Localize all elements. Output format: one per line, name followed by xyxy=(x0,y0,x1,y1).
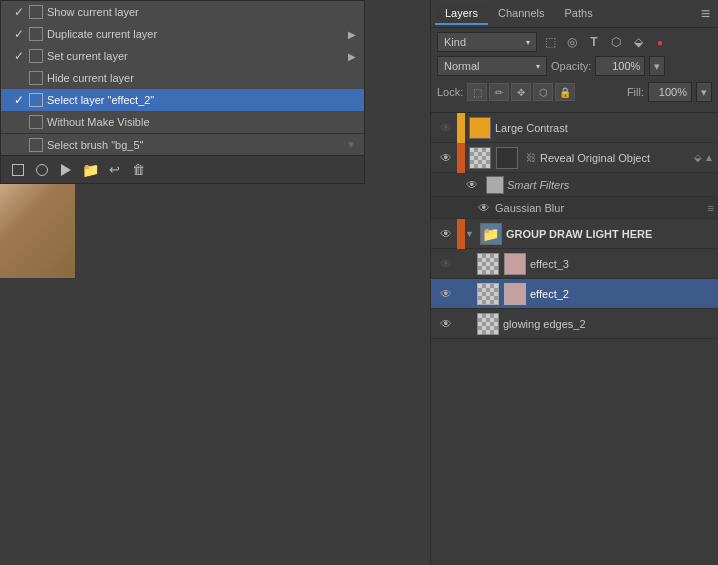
checkbox-brush[interactable] xyxy=(29,138,43,152)
eye-effect3[interactable]: 👁 xyxy=(435,253,457,275)
layer-row-glowing-edges[interactable]: 👁 glowing edges_2 xyxy=(431,309,718,339)
tab-channels[interactable]: Channels xyxy=(488,3,554,25)
eye-gaussian[interactable]: 👁 xyxy=(473,197,495,219)
smart-filters-row: 👁 Smart Filters xyxy=(431,173,718,197)
panel-tabs: Layers Channels Paths ≡ xyxy=(431,0,718,28)
check-duplicate: ✓ xyxy=(9,27,29,41)
eye-effect2[interactable]: 👁 xyxy=(435,283,457,305)
label-select-layer-effect-2: Select layer "effect_2" xyxy=(47,94,154,106)
thumbnail-image xyxy=(0,168,75,278)
expand-group[interactable]: ▼ xyxy=(465,229,474,239)
checkbox-select-effect2[interactable] xyxy=(29,93,43,107)
tab-paths[interactable]: Paths xyxy=(555,3,603,25)
lock-fill-row: Lock: ⬚ ✏ ✥ ⬡ 🔒 Fill: ▾ xyxy=(437,80,712,104)
name-smart-filters: Smart Filters xyxy=(507,179,714,191)
kind-dropdown[interactable]: Kind ▾ xyxy=(437,32,537,52)
layer-row-group-draw[interactable]: 👁 ▼ 📁 GROUP DRAW LIGHT HERE xyxy=(431,219,718,249)
name-group-draw: GROUP DRAW LIGHT HERE xyxy=(506,228,714,240)
eye-glowing-edges[interactable]: 👁 xyxy=(435,313,457,335)
opacity-row: Opacity: ▾ xyxy=(551,56,665,76)
blend-mode-dropdown[interactable]: Normal ▾ xyxy=(437,56,547,76)
tab-layers[interactable]: Layers xyxy=(435,3,488,25)
gaussian-blur-row: 👁 Gaussian Blur ≡ xyxy=(431,197,718,219)
lock-icons: ⬚ ✏ ✥ ⬡ 🔒 xyxy=(467,83,575,101)
checkbox-without[interactable] xyxy=(29,115,43,129)
kind-icons: ⬚ ◎ T ⬡ ⬙ ● xyxy=(541,33,669,51)
lock-pixels-icon[interactable]: ✏ xyxy=(489,83,509,101)
text-icon[interactable]: T xyxy=(585,33,603,51)
label-without-make-visible: Without Make Visible xyxy=(47,116,150,128)
thumb-smart-filters xyxy=(486,176,504,194)
checkbox-hide[interactable] xyxy=(29,71,43,85)
canvas-area: ✓ Show current layer ✓ Duplicate current… xyxy=(0,0,430,565)
lock-artboard-icon[interactable]: ⬡ xyxy=(533,83,553,101)
check-set: ✓ xyxy=(9,49,29,63)
layer-row-effect2[interactable]: 👁 effect_2 xyxy=(431,279,718,309)
layers-controls: Kind ▾ ⬚ ◎ T ⬡ ⬙ ● Normal ▾ Opacity: ▾ xyxy=(431,28,718,113)
label-select-brush-bg5: Select brush "bg_5" xyxy=(47,139,143,151)
fill-label: Fill: xyxy=(627,86,644,98)
fill-input[interactable] xyxy=(648,82,692,102)
lock-all-icon[interactable]: 🔒 xyxy=(555,83,575,101)
thumb-effect3 xyxy=(477,253,499,275)
layer-row-large-contrast[interactable]: 👁 Large Contrast xyxy=(431,113,718,143)
checkbox-show[interactable] xyxy=(29,5,43,19)
label-set-current-layer: Set current layer xyxy=(47,50,128,62)
toolbar-circle-icon[interactable] xyxy=(33,161,51,179)
eq-icon-gaussian: ≡ xyxy=(708,202,714,214)
thumb-effect2 xyxy=(477,283,499,305)
toolbar-play-icon[interactable] xyxy=(57,161,75,179)
layer-row-reveal-original[interactable]: 👁 ⛓ Reveal Original Object ⬙ ▲ xyxy=(431,143,718,173)
layers-panel: Layers Channels Paths ≡ Kind ▾ ⬚ ◎ T ⬡ ⬙… xyxy=(430,0,718,565)
submenu-arrow-brush: ▼ xyxy=(346,139,356,150)
canvas-thumbnail xyxy=(0,168,75,278)
adjustment-icon[interactable]: ◎ xyxy=(563,33,581,51)
thumb-group-draw: 📁 xyxy=(480,223,502,245)
toolbar-trash-icon[interactable]: 🗑 xyxy=(129,161,147,179)
checkbox-set[interactable] xyxy=(29,49,43,63)
thumb-effect2-mask xyxy=(504,283,526,305)
eye-smart-filters[interactable]: 👁 xyxy=(461,174,483,196)
panel-menu-icon[interactable]: ≡ xyxy=(697,5,714,23)
chain-reveal: ⛓ xyxy=(522,149,540,167)
smart-object-badge: ⬙ xyxy=(694,152,702,163)
context-menu: ✓ Show current layer ✓ Duplicate current… xyxy=(0,0,365,184)
submenu-arrow-set: ▶ xyxy=(348,51,356,62)
menu-item-hide-current-layer[interactable]: Hide current layer xyxy=(1,67,364,89)
icons-reveal: ⬙ ▲ xyxy=(694,152,714,163)
kind-chevron: ▾ xyxy=(526,38,530,47)
eye-group-draw[interactable]: 👁 xyxy=(435,223,457,245)
thumb-reveal-original xyxy=(469,147,491,169)
eye-large-contrast[interactable]: 👁 xyxy=(435,117,457,139)
blend-chevron: ▾ xyxy=(536,62,540,71)
thumb-glowing-edges xyxy=(477,313,499,335)
check-select-effect2: ✓ xyxy=(9,93,29,107)
menu-item-select-layer-effect-2[interactable]: ✓ Select layer "effect_2" xyxy=(1,89,364,111)
menu-item-set-current-layer[interactable]: ✓ Set current layer ▶ xyxy=(1,45,364,67)
opacity-chevron[interactable]: ▾ xyxy=(649,56,665,76)
toolbar-folder-icon[interactable]: 📁 xyxy=(81,161,99,179)
name-reveal-original: Reveal Original Object xyxy=(540,152,690,164)
shape-icon[interactable]: ⬡ xyxy=(607,33,625,51)
pixel-filter-icon[interactable]: ⬚ xyxy=(541,33,559,51)
menu-item-show-current-layer[interactable]: ✓ Show current layer xyxy=(1,1,364,23)
color-bar-reveal xyxy=(457,143,465,173)
menu-item-without-make-visible[interactable]: Without Make Visible xyxy=(1,111,364,133)
lock-transparent-icon[interactable]: ⬚ xyxy=(467,83,487,101)
smart-object-icon[interactable]: ⬙ xyxy=(629,33,647,51)
lock-position-icon[interactable]: ✥ xyxy=(511,83,531,101)
toolbar-rect-icon[interactable] xyxy=(9,161,27,179)
name-glowing-edges: glowing edges_2 xyxy=(503,318,714,330)
layer-row-effect3[interactable]: 👁 effect_3 xyxy=(431,249,718,279)
red-dot-icon[interactable]: ● xyxy=(651,33,669,51)
toolbar-return-icon[interactable]: ↩ xyxy=(105,161,123,179)
check-show: ✓ xyxy=(9,5,29,19)
opacity-label: Opacity: xyxy=(551,60,591,72)
opacity-input[interactable] xyxy=(595,56,645,76)
fill-chevron[interactable]: ▾ xyxy=(696,82,712,102)
lock-label: Lock: xyxy=(437,86,463,98)
menu-item-duplicate-current-layer[interactable]: ✓ Duplicate current layer ▶ xyxy=(1,23,364,45)
menu-item-select-brush-bg5[interactable]: Select brush "bg_5" ▼ xyxy=(1,133,364,155)
eye-reveal-original[interactable]: 👁 xyxy=(435,147,457,169)
checkbox-duplicate[interactable] xyxy=(29,27,43,41)
